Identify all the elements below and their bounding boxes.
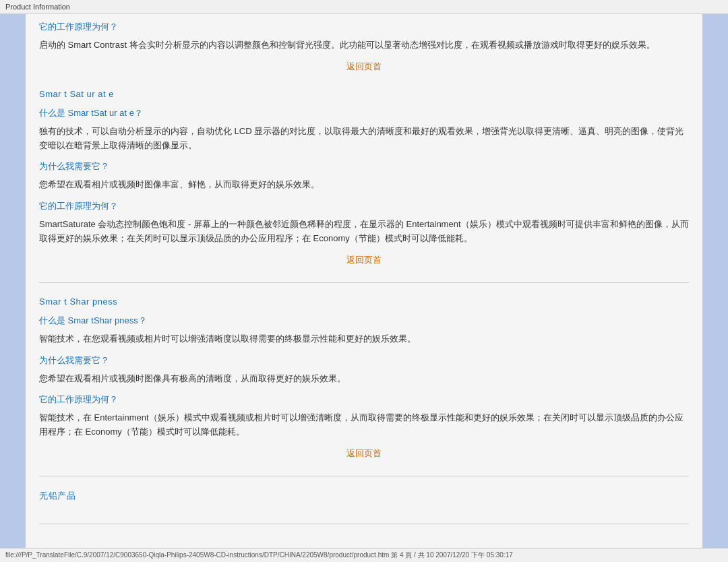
smart-sharpness-why-q: 为什么我需要它？ <box>39 354 689 367</box>
smart-saturate-why-body: 您希望在观看相片或视频时图像丰富、鲜艳，从而取得更好的娱乐效果。 <box>39 178 689 192</box>
smart-saturate-what-body: 独有的技术，可以自动分析显示的内容，自动优化 LCD 显示器的对比度，以取得最大… <box>39 125 689 153</box>
right-sidebar <box>702 14 728 553</box>
top-bar: Product Information <box>0 0 728 14</box>
smart-sharpness-what-q: 什么是 Smar tShar pness？ <box>39 315 689 327</box>
smart-sharpness-why-body: 您希望在观看相片或视频时图像具有极高的清晰度，从而取得更好的娱乐效果。 <box>39 372 689 386</box>
smart-sharpness-section: Smar t Shar pness 什么是 Smar tShar pness？ … <box>39 296 689 476</box>
status-text: file:///P/P_TranslateFile/C.9/2007/12/C9… <box>5 551 513 559</box>
smart-saturate-section: Smar t Sat ur at e 什么是 Smar tSat ur at e… <box>39 89 689 283</box>
smart-sharpness-how-q: 它的工作原理为何？ <box>39 394 689 406</box>
smart-saturate-what-q: 什么是 Smar tSat ur at e？ <box>39 107 689 119</box>
smart-sharpness-title: Smar t Shar pness <box>39 296 689 307</box>
page-container: 它的工作原理为何？ 启动的 Smart Contrast 将会实时分析显示的内容… <box>0 14 728 553</box>
smart-saturate-why-q: 为什么我需要它？ <box>39 160 689 173</box>
lead-free-section: 无铅产品 <box>39 490 689 524</box>
intro-return-link[interactable]: 返回页首 <box>39 61 689 73</box>
smart-sharpness-return-link[interactable]: 返回页首 <box>39 447 689 460</box>
lead-free-title: 无铅产品 <box>39 490 689 502</box>
intro-how-question: 它的工作原理为何？ <box>39 21 689 33</box>
intro-section: 它的工作原理为何？ 启动的 Smart Contrast 将会实时分析显示的内容… <box>39 21 689 86</box>
smart-saturate-title: Smar t Sat ur at e <box>39 89 689 99</box>
smart-sharpness-how-body: 智能技术，在 Entertainment（娱乐）模式中观看视频或相片时可以增强清… <box>39 411 689 439</box>
content-area: 它的工作原理为何？ 启动的 Smart Contrast 将会实时分析显示的内容… <box>26 14 702 553</box>
left-sidebar <box>0 14 26 553</box>
smart-saturate-how-body: SmartSaturate 会动态控制颜色饱和度 - 屏幕上的一种颜色被邻近颜色… <box>39 218 689 246</box>
smart-saturate-how-q: 它的工作原理为何？ <box>39 200 689 212</box>
product-info-label: Product Information <box>5 3 70 11</box>
bottom-bar: file:///P/P_TranslateFile/C.9/2007/12/C9… <box>0 548 728 562</box>
intro-how-body: 启动的 Smart Contrast 将会实时分析显示的内容以调整颜色和控制背光… <box>39 38 689 53</box>
content-inner: 它的工作原理为何？ 启动的 Smart Contrast 将会实时分析显示的内容… <box>26 14 702 551</box>
smart-sharpness-what-body: 智能技术，在您观看视频或相片时可以增强清晰度以取得需要的终极显示性能和更好的娱乐… <box>39 332 689 346</box>
smart-saturate-return-link[interactable]: 返回页首 <box>39 254 689 266</box>
